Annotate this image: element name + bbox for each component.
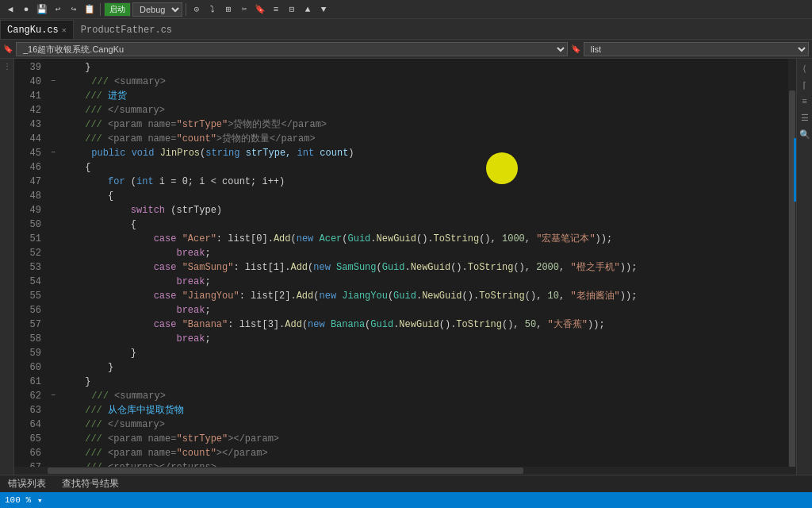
redo-icon[interactable]: ↪ [67,2,81,17]
right-icon-5[interactable]: 🔍 [798,128,812,141]
code-line-60: } [51,360,788,375]
code-line-53: case "SamSung": list[1].Add(new SamSung(… [51,260,788,275]
save-icon[interactable]: 💾 [35,2,49,17]
code-line-52: break; [51,246,788,260]
margin-icon-1: ⋮ [3,62,11,71]
code-line-61: } [51,375,788,389]
code-line-66: /// <param name="count"></param> [51,446,788,460]
code-line-40: − /// <summary> [51,75,788,89]
code-line-59: } [51,346,788,360]
code-line-57: case "Banana": list[3].Add(new Banana(Gu… [51,318,788,332]
divider1 [100,3,101,16]
code-line-67: /// <returns></returns> [51,460,788,467]
nav-right-dropdown[interactable]: list [584,42,809,56]
toolbar: ◀ ● 💾 ↩ ↪ 📋 启动 Debug ⊙ ⤵ ⊞ ✂ 🔖 ≡ ⊟ ▲ ▼ [0,0,812,19]
right-icon-4[interactable]: ☰ [799,111,810,125]
code-line-42: /// </summary> [51,103,788,117]
code-line-39: } [51,60,788,75]
step-over-icon[interactable]: ⤵ [205,2,220,17]
code-line-54: break; [51,275,788,289]
code-line-51: case "Acer": list[0].Add(new Acer(Guid.N… [51,232,788,246]
bookmark-icon[interactable]: 🔖 [253,2,267,17]
go-back-icon[interactable]: ◀ [3,2,17,17]
forward-icon[interactable]: ● [19,2,33,17]
left-margin: ⋮ [0,59,14,475]
cut-icon[interactable]: ✂ [237,2,251,17]
code-line-58: break; [51,332,788,346]
nav-left-icon: 🔖 [3,44,13,54]
nav-left-dropdown[interactable]: _16超市收银系统.CangKu [16,42,568,56]
code-line-47: for (int i = 0; i < count; i++) [51,175,788,189]
tab-cangku-close[interactable]: ✕ [62,25,67,35]
code-line-48: { [51,189,788,203]
right-panel: ⟨ ⌈ ≡ ☰ 🔍 [796,59,812,475]
tab-cangku[interactable]: CangKu.cs ✕ [0,20,74,39]
code-line-46: { [51,160,788,175]
zoom-value: 100 % [5,495,31,505]
main-area: ⋮ 39 40 41 42 43 44 45 46 47 48 49 50 51… [0,59,812,475]
nav-right-icon: 🔖 [571,44,580,54]
breakpoint-icon[interactable]: ⊙ [190,2,204,17]
editor-container: 39 40 41 42 43 44 45 46 47 48 49 50 51 5… [14,59,796,475]
align-icon[interactable]: ≡ [269,2,283,17]
code-line-63: /// 从仓库中提取货物 [51,403,788,418]
right-icon-2[interactable]: ⌈ [800,79,809,92]
nav-up-icon[interactable]: ▲ [301,2,315,17]
code-content[interactable]: } − /// <summary> /// 进货 /// </summary> … [48,59,788,467]
divider2 [186,3,186,16]
right-icon-3[interactable]: ≡ [800,95,809,108]
vertical-scrollbar[interactable] [788,59,796,467]
hscrollbar-thumb[interactable] [48,468,523,474]
zoom-dropdown-arrow[interactable]: ▾ [37,495,43,506]
code-line-43: /// <param name="strType">贷物的类型</param> [51,117,788,132]
copy-icon[interactable]: ⊞ [221,2,236,17]
line-numbers: 39 40 41 42 43 44 45 46 47 48 49 50 51 5… [14,59,48,467]
align2-icon[interactable]: ⊟ [285,2,299,17]
code-line-41: /// 进货 [51,89,788,103]
code-line-50: { [51,217,788,232]
code-line-64: /// </summary> [51,418,788,432]
code-line-65: /// <param name="strType"></param> [51,432,788,446]
bottom-panel: 错误列表 查找符号结果 [0,475,812,492]
code-line-45: − public void JinPros(string strType, in… [51,146,788,160]
tab-productfather[interactable]: ProductFather.cs [74,20,179,39]
nav-down-icon[interactable]: ▼ [316,2,331,17]
code-line-49: switch (strType) [51,203,788,217]
code-line-56: break; [51,303,788,318]
scrollbar-indicator [794,138,796,202]
horizontal-scrollbar[interactable] [14,467,796,475]
nav-bar: 🔖 _16超市收银系统.CangKu 🔖 list [0,40,812,59]
right-icon-1[interactable]: ⟨ [800,62,809,75]
undo-icon[interactable]: ↩ [51,2,65,17]
tab-productfather-label: ProductFather.cs [81,25,172,36]
bottom-tab-errors[interactable]: 错误列表 [3,475,51,492]
code-line-55: case "JiangYou": list[2].Add(new JiangYo… [51,289,788,303]
bottom-tab-find[interactable]: 查找符号结果 [57,475,124,492]
debug-dropdown[interactable]: Debug [132,2,182,17]
code-area[interactable]: 39 40 41 42 43 44 45 46 47 48 49 50 51 5… [14,59,796,467]
tab-bar: CangKu.cs ✕ ProductFather.cs [0,19,812,40]
code-line-44: /// <param name="count">贷物的数量</param> [51,132,788,146]
code-line-62: − /// <summary> [51,389,788,403]
paste-icon[interactable]: 📋 [82,2,97,17]
tab-cangku-label: CangKu.cs [7,25,59,36]
start-button[interactable]: 启动 [104,2,131,17]
status-bar: 100 % ▾ [0,492,812,508]
